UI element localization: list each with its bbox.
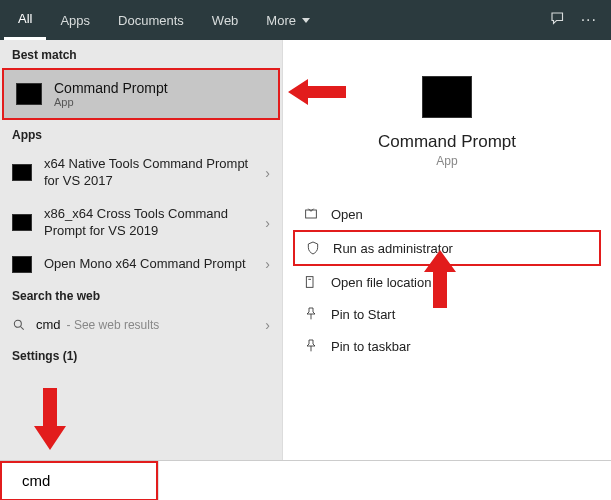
svg-point-0 [14,320,21,327]
best-match-title: Command Prompt [54,80,168,96]
app-result-1[interactable]: x86_x64 Cross Tools Command Prompt for V… [0,198,282,248]
apps-label: Apps [0,120,282,148]
more-options-icon[interactable]: ··· [581,11,597,29]
action-open[interactable]: Open [293,198,601,230]
feedback-icon[interactable] [549,10,567,31]
preview-app-icon [422,76,472,118]
cmd-icon [12,256,32,273]
cmd-icon [12,164,32,181]
taskbar-search [0,460,611,500]
search-filter-tabs: All Apps Documents Web More ··· [0,0,611,40]
app-result-0[interactable]: x64 Native Tools Command Prompt for VS 2… [0,148,282,198]
tab-all[interactable]: All [4,0,46,40]
search-icon [12,318,26,332]
chevron-right-icon: › [259,256,270,272]
cmd-icon [12,214,32,231]
chevron-right-icon: › [259,317,270,333]
cmd-icon [16,83,42,105]
annotation-arrow [420,250,460,308]
preview-title: Command Prompt [293,132,601,152]
preview-subtitle: App [293,154,601,168]
folder-icon [303,274,319,290]
svg-marker-9 [34,388,66,450]
tab-apps[interactable]: Apps [46,0,104,40]
annotation-arrow [288,75,346,109]
admin-shield-icon [305,240,321,256]
chevron-right-icon: › [259,215,270,231]
best-match-label: Best match [0,40,282,68]
svg-marker-7 [288,79,346,105]
chevron-right-icon: › [259,165,270,181]
web-result[interactable]: cmd - See web results › [0,309,282,341]
pin-icon [303,306,319,322]
annotation-arrow [30,388,70,450]
svg-line-1 [21,326,24,329]
best-match-item[interactable]: Command Prompt App [2,68,280,120]
open-icon [303,206,319,222]
best-match-subtitle: App [54,96,168,108]
search-web-label: Search the web [0,281,282,309]
taskbar-remainder [158,461,611,501]
search-box[interactable] [0,461,158,501]
svg-marker-8 [424,250,456,308]
tab-documents[interactable]: Documents [104,0,198,40]
settings-label: Settings (1) [0,341,282,369]
app-result-2[interactable]: Open Mono x64 Command Prompt › [0,248,282,281]
svg-rect-3 [306,277,313,288]
tab-web[interactable]: Web [198,0,253,40]
pin-icon [303,338,319,354]
action-pin-taskbar[interactable]: Pin to taskbar [293,330,601,362]
tab-more[interactable]: More [252,0,324,40]
